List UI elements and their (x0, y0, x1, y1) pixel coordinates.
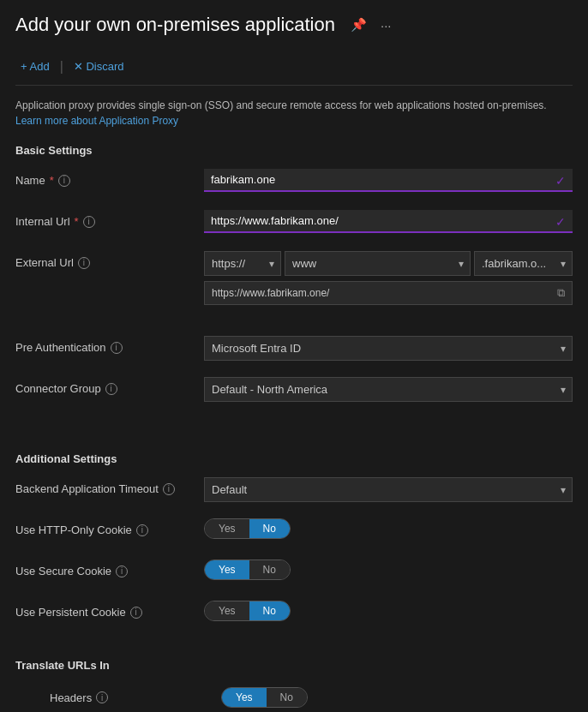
secure-cookie-toggle-wrap: Yes No (204, 559, 573, 580)
name-info-icon[interactable]: i (58, 175, 70, 187)
connector-group-info-icon[interactable]: i (105, 383, 117, 395)
name-label: Name * i (15, 169, 204, 187)
connector-group-select-wrap: Default - North America ▾ (204, 377, 573, 402)
headers-toggle: Yes No (221, 687, 308, 708)
http-only-cookie-info-icon[interactable]: i (136, 524, 148, 536)
pre-auth-info-icon[interactable]: i (111, 342, 123, 354)
http-only-cookie-toggle: Yes No (204, 518, 291, 539)
secure-cookie-label: Use Secure Cookie i (15, 559, 204, 577)
backend-timeout-info-icon[interactable]: i (163, 483, 175, 495)
persistent-cookie-toggle: Yes No (204, 601, 291, 621)
internal-url-info-icon[interactable]: i (83, 216, 95, 228)
connector-group-select[interactable]: Default - North America (204, 377, 573, 402)
internal-url-row: Internal Url * i ✓ (15, 210, 573, 237)
pre-auth-dropdown: Microsoft Entra ID Passthrough ▾ (204, 336, 573, 361)
translate-urls-title: Translate URLs In (15, 659, 573, 672)
external-url-wrap: https:// http:// ▾ www ▾ .fabrikam.o... … (204, 251, 573, 305)
connector-group-row: Connector Group i Default - North Americ… (15, 377, 573, 404)
http-only-cookie-row: Use HTTP-Only Cookie i Yes No (15, 518, 573, 546)
connector-group-dropdown: Default - North America ▾ (204, 377, 573, 402)
backend-timeout-select-wrap: Default Long ▾ (204, 477, 573, 502)
backend-timeout-select[interactable]: Default Long (204, 477, 573, 502)
http-only-cookie-yes[interactable]: Yes (205, 519, 249, 538)
external-url-subdomain-select[interactable]: www (285, 251, 471, 276)
secure-cookie-info-icon[interactable]: i (116, 565, 128, 577)
connector-group-label: Connector Group i (15, 377, 204, 395)
name-required: * (50, 174, 54, 187)
external-url-subdomain-wrap: www ▾ (285, 251, 471, 276)
persistent-cookie-label: Use Persistent Cookie i (15, 601, 204, 619)
name-row: Name * i ✓ (15, 169, 573, 196)
additional-settings-title: Additional Settings (15, 452, 573, 465)
headers-info-icon[interactable]: i (96, 691, 108, 703)
toolbar-divider: | (60, 59, 63, 75)
external-url-label: External Url i (15, 251, 204, 269)
pre-auth-row: Pre Authentication i Microsoft Entra ID … (15, 336, 573, 363)
backend-timeout-dropdown: Default Long ▾ (204, 477, 573, 502)
secure-cookie-row: Use Secure Cookie i Yes No (15, 559, 573, 587)
internal-url-input-wrap: ✓ (204, 210, 573, 233)
name-input[interactable] (204, 169, 573, 192)
external-url-row: External Url i https:// http:// ▾ www ▾ (15, 251, 573, 305)
http-only-cookie-no[interactable]: No (249, 519, 290, 538)
headers-no[interactable]: No (267, 688, 307, 707)
external-url-info-icon[interactable]: i (78, 257, 90, 269)
page-title: Add your own on-premises application 📌 ·… (15, 14, 573, 36)
copy-icon[interactable]: ⧉ (557, 286, 565, 300)
persistent-cookie-toggle-wrap: Yes No (204, 601, 573, 621)
internal-url-input[interactable] (204, 210, 573, 233)
secure-cookie-toggle: Yes No (204, 559, 291, 580)
basic-settings-title: Basic Settings (15, 144, 573, 157)
external-url-domain-select[interactable]: .fabrikam.o... .fabrikam.one (474, 251, 573, 276)
external-url-protocol-select[interactable]: https:// http:// (204, 251, 281, 276)
add-button[interactable]: + Add (15, 57, 55, 76)
info-banner: Application proxy provides single sign-o… (15, 98, 573, 129)
headers-toggle-wrap: Yes No (221, 687, 308, 708)
internal-url-check-icon: ✓ (555, 215, 566, 229)
http-only-cookie-toggle-wrap: Yes No (204, 518, 573, 539)
persistent-cookie-row: Use Persistent Cookie i Yes No (15, 601, 573, 628)
internal-url-label: Internal Url * i (15, 210, 204, 228)
headers-yes[interactable]: Yes (222, 688, 267, 707)
pre-auth-select-wrap: Microsoft Entra ID Passthrough ▾ (204, 336, 573, 361)
external-url-protocol-wrap: https:// http:// ▾ (204, 251, 281, 276)
pre-auth-label: Pre Authentication i (15, 336, 204, 354)
external-url-domain-wrap: .fabrikam.o... .fabrikam.one ▾ (474, 251, 573, 276)
headers-label: Headers i (50, 691, 221, 704)
http-only-cookie-label: Use HTTP-Only Cookie i (15, 518, 204, 536)
internal-url-required: * (75, 215, 79, 228)
secure-cookie-yes[interactable]: Yes (205, 560, 249, 579)
secure-cookie-no[interactable]: No (249, 560, 290, 579)
toolbar: + Add | ✕ Discard (15, 48, 573, 86)
pin-icon[interactable]: 📌 (347, 15, 370, 34)
persistent-cookie-info-icon[interactable]: i (130, 607, 142, 619)
external-url-preview: https://www.fabrikam.one/ ⧉ (204, 281, 573, 305)
persistent-cookie-yes[interactable]: Yes (205, 601, 249, 620)
pre-auth-select[interactable]: Microsoft Entra ID Passthrough (204, 336, 573, 361)
name-input-wrap: ✓ (204, 169, 573, 192)
persistent-cookie-no[interactable]: No (249, 601, 290, 620)
backend-timeout-row: Backend Application Timeout i Default Lo… (15, 477, 573, 505)
backend-timeout-label: Backend Application Timeout i (15, 477, 204, 495)
headers-row: Headers i Yes No (15, 684, 573, 711)
name-check-icon: ✓ (555, 174, 566, 188)
discard-button[interactable]: ✕ Discard (69, 57, 129, 76)
more-icon[interactable]: ··· (377, 16, 395, 34)
learn-more-link[interactable]: Learn more about Application Proxy (15, 115, 178, 127)
